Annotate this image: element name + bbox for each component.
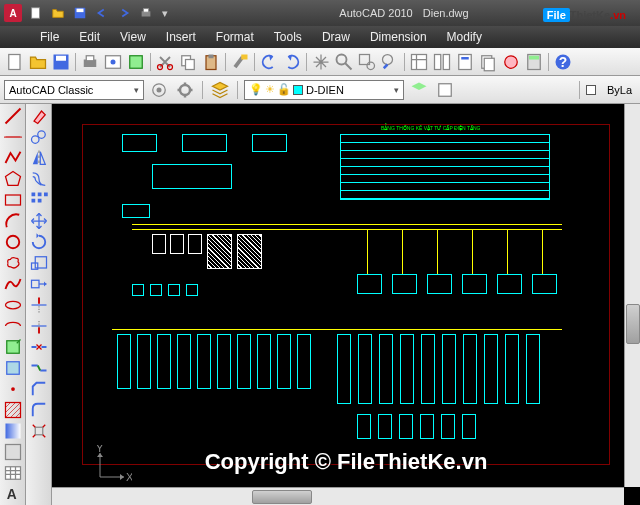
tb-save-button[interactable] (50, 51, 72, 73)
gradient-tool[interactable] (2, 421, 24, 441)
menu-edit[interactable]: Edit (69, 27, 110, 47)
chamfer-tool[interactable] (28, 379, 50, 399)
circuit-column-group (337, 334, 567, 454)
tb-pan-button[interactable] (310, 51, 332, 73)
tb-tool-palette-button[interactable] (454, 51, 476, 73)
move-tool[interactable] (28, 211, 50, 231)
tb-undo-button[interactable] (258, 51, 280, 73)
tb-copy-button[interactable] (177, 51, 199, 73)
svg-rect-24 (412, 54, 427, 69)
menu-file[interactable]: File (30, 27, 69, 47)
tb-zoom-button[interactable] (333, 51, 355, 73)
tb-design-center-button[interactable] (431, 51, 453, 73)
tb-calc-button[interactable] (523, 51, 545, 73)
offset-tool[interactable] (28, 169, 50, 189)
tb-cut-button[interactable] (154, 51, 176, 73)
rectangle-tool[interactable] (2, 190, 24, 210)
menu-insert[interactable]: Insert (156, 27, 206, 47)
line-tool[interactable] (2, 106, 24, 126)
rotate-tool[interactable] (28, 232, 50, 252)
drawing-canvas[interactable]: BẢNG THỐNG KÊ VẬT TƯ CẤP ĐIỆN TẦNG (52, 104, 640, 505)
tb-zoom-window-button[interactable] (356, 51, 378, 73)
polyline-tool[interactable] (2, 148, 24, 168)
scale-tool[interactable] (28, 253, 50, 273)
qat-dropdown-icon[interactable]: ▾ (158, 3, 172, 23)
copy-tool[interactable] (28, 127, 50, 147)
svg-point-45 (11, 387, 15, 391)
arc-tool[interactable] (2, 211, 24, 231)
spline-tool[interactable] (2, 274, 24, 294)
tb-publish-button[interactable] (125, 51, 147, 73)
join-tool[interactable] (28, 358, 50, 378)
menu-format[interactable]: Format (206, 27, 264, 47)
insert-block-tool[interactable] (2, 337, 24, 357)
tb-markup-button[interactable] (500, 51, 522, 73)
toolbar-separator (225, 53, 226, 71)
layer-state-button[interactable] (434, 79, 456, 101)
tb-preview-button[interactable] (102, 51, 124, 73)
qat-open-button[interactable] (48, 3, 68, 23)
svg-rect-44 (6, 362, 19, 375)
mirror-tool[interactable] (28, 148, 50, 168)
make-block-tool[interactable] (2, 358, 24, 378)
menu-tools[interactable]: Tools (264, 27, 312, 47)
stretch-tool[interactable] (28, 274, 50, 294)
construction-line-tool[interactable] (2, 127, 24, 147)
tb-new-button[interactable] (4, 51, 26, 73)
point-tool[interactable] (2, 379, 24, 399)
qat-undo-button[interactable] (92, 3, 112, 23)
tb-help-button[interactable]: ? (552, 51, 574, 73)
layer-combo[interactable]: 💡 ☀ 🔓 D-DIEN (244, 80, 404, 100)
qat-redo-button[interactable] (114, 3, 134, 23)
workspace-gear-button[interactable] (174, 79, 196, 101)
tb-properties-button[interactable] (408, 51, 430, 73)
tb-match-button[interactable] (229, 51, 251, 73)
schematic-block (497, 274, 522, 294)
extend-tool[interactable] (28, 316, 50, 336)
menu-dimension[interactable]: Dimension (360, 27, 437, 47)
break-tool[interactable] (28, 337, 50, 357)
erase-tool[interactable] (28, 106, 50, 126)
fillet-tool[interactable] (28, 400, 50, 420)
svg-rect-30 (484, 58, 494, 71)
color-swatch[interactable] (586, 85, 596, 95)
horizontal-scrollbar[interactable] (52, 487, 624, 505)
menu-modify[interactable]: Modify (437, 27, 492, 47)
workspace-settings-button[interactable] (148, 79, 170, 101)
menu-view[interactable]: View (110, 27, 156, 47)
copyright-watermark: Copyright © FileThietKe.vn (205, 449, 488, 475)
schematic-block (186, 284, 198, 296)
menu-draw[interactable]: Draw (312, 27, 360, 47)
qat-save-button[interactable] (70, 3, 90, 23)
layer-manager-button[interactable] (209, 79, 231, 101)
trim-tool[interactable] (28, 295, 50, 315)
tb-zoom-prev-button[interactable] (379, 51, 401, 73)
qat-print-button[interactable] (136, 3, 156, 23)
qat-new-button[interactable] (26, 3, 46, 23)
polygon-tool[interactable] (2, 169, 24, 189)
scroll-thumb[interactable] (252, 490, 312, 504)
svg-rect-48 (5, 445, 20, 460)
revision-cloud-tool[interactable] (2, 253, 24, 273)
explode-tool[interactable] (28, 421, 50, 441)
circle-tool[interactable] (2, 232, 24, 252)
layer-prev-button[interactable] (408, 79, 430, 101)
ellipse-arc-tool[interactable] (2, 316, 24, 336)
region-tool[interactable] (2, 442, 24, 462)
mtext-tool[interactable]: A (2, 484, 24, 504)
vertical-scrollbar[interactable] (624, 104, 640, 487)
tb-redo-button[interactable] (281, 51, 303, 73)
table-tool[interactable] (2, 463, 24, 483)
tb-paste-button[interactable] (200, 51, 222, 73)
scroll-thumb[interactable] (626, 304, 640, 344)
tb-sheet-set-button[interactable] (477, 51, 499, 73)
ellipse-tool[interactable] (2, 295, 24, 315)
hatch-tool[interactable] (2, 400, 24, 420)
array-tool[interactable] (28, 190, 50, 210)
tb-print-button[interactable] (79, 51, 101, 73)
schematic-transformer (207, 234, 232, 269)
schematic-block (392, 274, 417, 294)
table-row (341, 135, 549, 143)
tb-open-button[interactable] (27, 51, 49, 73)
workspace-combo[interactable]: AutoCAD Classic (4, 80, 144, 100)
